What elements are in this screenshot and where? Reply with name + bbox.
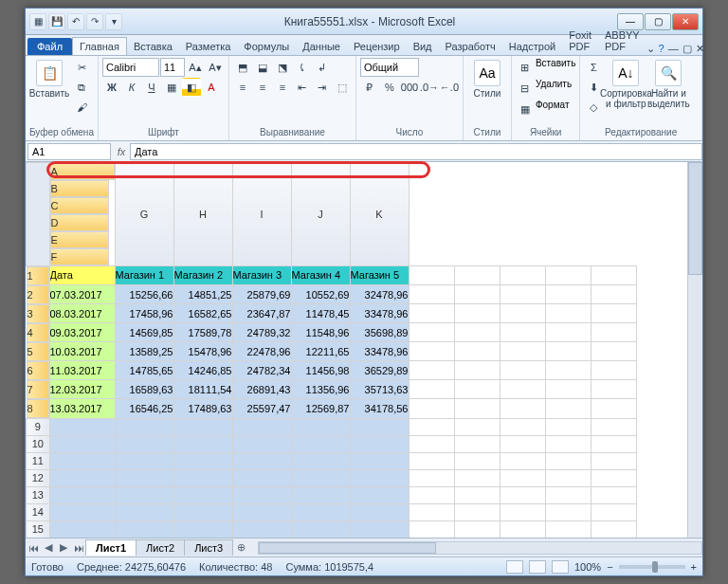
number-format-select[interactable]: Общий: [360, 58, 419, 77]
cell-K7[interactable]: [591, 380, 636, 399]
cell-I14[interactable]: [500, 503, 545, 520]
cell-K15[interactable]: [591, 520, 636, 538]
cell-G7[interactable]: [409, 380, 454, 399]
cell-A12[interactable]: [49, 469, 115, 486]
ribbon-tab-формулы[interactable]: Формулы: [237, 38, 296, 55]
align-middle-icon[interactable]: ⬓: [253, 58, 272, 77]
cell-D5[interactable]: 22478,96: [232, 342, 291, 361]
row-header-12[interactable]: 12: [27, 469, 50, 486]
cell-G4[interactable]: [409, 323, 454, 342]
cell-B11[interactable]: [115, 452, 173, 469]
cell-F10[interactable]: [350, 435, 409, 452]
doc-restore-icon[interactable]: ▢: [682, 43, 692, 55]
cell-D7[interactable]: 26891,43: [232, 380, 291, 399]
sheet-tab-лист1[interactable]: Лист1: [85, 539, 136, 556]
cell-E9[interactable]: [291, 418, 350, 435]
cell-F7[interactable]: 35713,63: [350, 380, 409, 399]
cell-F4[interactable]: 35698,89: [350, 323, 409, 342]
row-header-8[interactable]: 8: [27, 399, 49, 418]
row-header-11[interactable]: 11: [27, 452, 50, 469]
cell-J5[interactable]: [545, 342, 591, 361]
cell-J2[interactable]: [545, 285, 591, 304]
cell-I13[interactable]: [500, 486, 545, 503]
cell-A15[interactable]: [49, 520, 115, 538]
ribbon-tab-вставка[interactable]: Вставка: [127, 38, 179, 55]
cell-E6[interactable]: 11456,98: [291, 361, 350, 380]
zoom-slider[interactable]: [619, 565, 685, 569]
find-select-button[interactable]: 🔍 Найти и выделить: [648, 58, 688, 111]
column-header-D[interactable]: D: [50, 214, 109, 231]
cell-F12[interactable]: [350, 469, 409, 486]
cell-G14[interactable]: [409, 503, 454, 520]
cell-F15[interactable]: [350, 520, 409, 538]
cell-A11[interactable]: [49, 452, 115, 469]
cell-J10[interactable]: [545, 435, 591, 452]
cell-B8[interactable]: 16546,25: [115, 399, 173, 419]
name-box[interactable]: A1: [27, 143, 111, 160]
cell-I3[interactable]: [500, 304, 545, 323]
align-left-icon[interactable]: ≡: [233, 78, 252, 97]
zoom-level[interactable]: 100%: [574, 561, 601, 573]
help-icon[interactable]: ?: [659, 43, 664, 55]
cell-E3[interactable]: 11478,45: [291, 304, 350, 323]
cell-E11[interactable]: [291, 452, 350, 469]
sort-filter-button[interactable]: A↓ Сортировка и фильтр: [606, 58, 646, 111]
cell-H8[interactable]: [454, 399, 500, 419]
cell-G11[interactable]: [409, 452, 454, 469]
cell-C12[interactable]: [173, 469, 232, 486]
font-color-icon[interactable]: A: [202, 78, 221, 97]
normal-view-icon[interactable]: [506, 560, 523, 574]
cell-D11[interactable]: [232, 452, 291, 469]
cell-K8[interactable]: [591, 399, 636, 419]
cell-styles-button[interactable]: Aa Стили: [467, 58, 507, 100]
ribbon-tab-foxit pdf[interactable]: Foxit PDF: [562, 27, 598, 55]
cell-B6[interactable]: 14785,65: [115, 361, 173, 380]
cell-H6[interactable]: [454, 361, 500, 380]
insert-cells-icon[interactable]: ⊞: [516, 58, 535, 77]
close-button[interactable]: ✕: [672, 13, 699, 30]
cell-J6[interactable]: [545, 361, 591, 380]
last-sheet-icon[interactable]: ⏭: [71, 540, 86, 556]
column-header-F[interactable]: F: [50, 248, 109, 265]
cell-E2[interactable]: 10552,69: [291, 285, 350, 304]
cell-A1[interactable]: Дата: [49, 265, 115, 285]
cell-K1[interactable]: [591, 265, 636, 285]
cell-A9[interactable]: [49, 418, 115, 435]
format-painter-icon[interactable]: 🖌: [72, 98, 91, 117]
cell-F8[interactable]: 34178,56: [350, 399, 409, 419]
cell-H4[interactable]: [454, 323, 500, 342]
shrink-font-icon[interactable]: A▾: [206, 58, 225, 77]
cell-J13[interactable]: [545, 486, 591, 503]
column-header-H[interactable]: H: [173, 163, 232, 266]
excel-icon[interactable]: ▦: [29, 13, 46, 30]
wrap-text-icon[interactable]: ↲: [313, 58, 332, 77]
cell-K6[interactable]: [591, 361, 636, 380]
column-header-C[interactable]: C: [50, 197, 109, 214]
font-name-select[interactable]: Calibri: [102, 58, 159, 77]
cell-C11[interactable]: [173, 452, 232, 469]
cell-K3[interactable]: [591, 304, 636, 323]
ribbon-tab-разметка[interactable]: Разметка: [179, 38, 238, 55]
ribbon-tab-рецензир[interactable]: Рецензир: [347, 38, 407, 55]
cell-J11[interactable]: [545, 452, 591, 469]
cell-B15[interactable]: [115, 520, 173, 538]
cell-F3[interactable]: 33478,96: [350, 304, 409, 323]
qat-dropdown-icon[interactable]: ▾: [105, 13, 122, 30]
cell-K2[interactable]: [591, 285, 636, 304]
cell-E7[interactable]: 11356,96: [291, 380, 350, 399]
undo-icon[interactable]: ↶: [67, 13, 84, 30]
cell-I4[interactable]: [500, 323, 545, 342]
cell-K4[interactable]: [591, 323, 636, 342]
copy-icon[interactable]: ⧉: [72, 78, 91, 97]
underline-icon[interactable]: Ч: [142, 78, 161, 97]
cell-C6[interactable]: 14246,85: [173, 361, 232, 380]
prev-sheet-icon[interactable]: ◀: [41, 540, 56, 556]
cell-C13[interactable]: [173, 486, 232, 503]
cell-F2[interactable]: 32478,96: [350, 285, 409, 304]
cell-I9[interactable]: [500, 418, 545, 435]
row-header-13[interactable]: 13: [27, 486, 50, 503]
sheet-tab-лист2[interactable]: Лист2: [136, 539, 185, 556]
cell-A4[interactable]: 09.03.2017: [49, 323, 115, 342]
align-center-icon[interactable]: ≡: [253, 78, 272, 97]
first-sheet-icon[interactable]: ⏮: [26, 540, 41, 556]
